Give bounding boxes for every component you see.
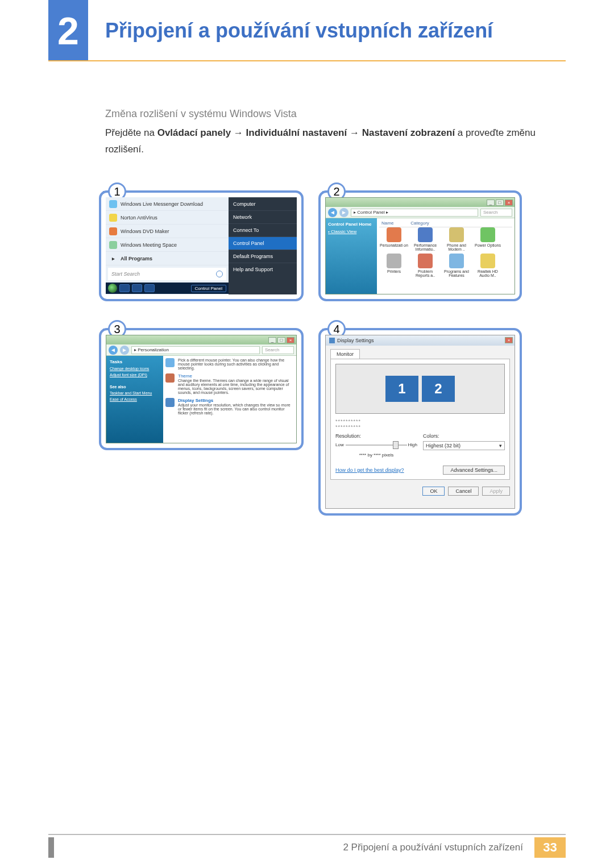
address-field[interactable]: ▸ Control Panel ▸ bbox=[351, 209, 478, 217]
label: Phone and Modem .. bbox=[447, 243, 466, 251]
masked-line: ********** bbox=[335, 418, 505, 424]
apply-button[interactable]: Apply bbox=[482, 487, 510, 496]
address-bar: ◄ ► ▸ Control Panel ▸ Search bbox=[326, 207, 515, 218]
cp-item[interactable]: Performance Informatio.. bbox=[410, 227, 440, 251]
step-2-panel: 2 _ □ × ◄ ► ▸ Control Panel ▸ Search Con… bbox=[318, 190, 522, 301]
item-desc: Change the theme. Themes can change a wi… bbox=[178, 379, 294, 394]
address-text: Personalization bbox=[138, 347, 169, 352]
start-menu-item[interactable]: Windows Live Messenger Download bbox=[106, 197, 229, 211]
sidebar-classic-view[interactable]: • Classic View bbox=[328, 229, 375, 234]
personalization-main: Pick a different mouse pointer. You can … bbox=[163, 356, 296, 443]
start-menu-item[interactable]: Windows Meeting Space bbox=[106, 238, 229, 252]
search-field[interactable]: Search bbox=[480, 209, 512, 217]
close-button[interactable]: × bbox=[505, 200, 513, 206]
taskbar: Control Panel bbox=[106, 283, 229, 294]
start-menu-item[interactable]: Norton AntiVirus bbox=[106, 211, 229, 225]
cp-item[interactable]: Phone and Modem .. bbox=[442, 227, 471, 251]
resolution-value: **** by **** pixels bbox=[335, 452, 417, 458]
slider-high-label: High bbox=[408, 442, 417, 447]
sidebar-link[interactable]: Adjust font size (DPI) bbox=[110, 373, 160, 377]
item-desc: Pick a different mouse pointer. You can … bbox=[178, 358, 294, 370]
start-right-item[interactable]: Help and Support bbox=[229, 263, 297, 276]
back-button[interactable]: ◄ bbox=[109, 346, 118, 355]
printers-icon bbox=[387, 254, 401, 268]
taskbar-item[interactable] bbox=[144, 284, 155, 292]
personalize-display-settings[interactable]: Display SettingsAdjust your monitor reso… bbox=[165, 398, 294, 415]
cp-item[interactable]: Printers bbox=[379, 254, 409, 277]
forward-button[interactable]: ► bbox=[339, 208, 349, 217]
start-menu-item[interactable]: Windows DVD Maker bbox=[106, 225, 229, 238]
minimize-button[interactable]: _ bbox=[268, 337, 276, 343]
monitor-1[interactable]: 1 bbox=[385, 376, 418, 402]
close-button[interactable]: × bbox=[287, 337, 294, 343]
maximize-button[interactable]: □ bbox=[496, 200, 504, 206]
sidebar-link[interactable]: Change desktop icons bbox=[110, 367, 160, 371]
search-field[interactable]: Search bbox=[262, 346, 294, 354]
start-search-input[interactable]: Start Search bbox=[108, 268, 226, 280]
cp-item[interactable]: Realtek HD Audio M.. bbox=[473, 254, 503, 277]
performance-icon bbox=[418, 227, 433, 242]
item-title: Theme bbox=[178, 373, 294, 379]
personalize-item[interactable]: Pick a different mouse pointer. You can … bbox=[165, 358, 294, 370]
taskbar-item[interactable] bbox=[132, 284, 142, 292]
address-field[interactable]: ▸ Personalization bbox=[131, 346, 260, 354]
window-titlebar: _ □ × bbox=[326, 198, 515, 207]
start-orb-icon[interactable] bbox=[108, 284, 117, 293]
label: Realtek HD Audio M.. bbox=[478, 269, 498, 277]
chevron-right-icon: ▸ bbox=[109, 256, 117, 261]
taskbar-control-panel[interactable]: Control Panel bbox=[191, 285, 226, 292]
all-programs[interactable]: ▸All Programs bbox=[106, 252, 229, 265]
label: Personalizati on bbox=[380, 243, 408, 247]
resolution-label: Resolution: bbox=[335, 433, 417, 439]
colors-value: Highest (32 bit) bbox=[426, 443, 460, 448]
resolution-slider[interactable]: Low High bbox=[335, 441, 417, 449]
maximize-button[interactable]: □ bbox=[277, 337, 285, 343]
start-right-item[interactable]: Default Programs bbox=[229, 250, 297, 263]
phone-icon bbox=[449, 227, 464, 242]
monitor-tab[interactable]: Monitor bbox=[330, 349, 360, 359]
cancel-button[interactable]: Cancel bbox=[448, 487, 479, 496]
cp-item[interactable]: Problem Reports a.. bbox=[410, 254, 440, 277]
advanced-settings-button[interactable]: Advanced Settings... bbox=[443, 466, 505, 475]
arrow-1: → bbox=[231, 127, 246, 138]
cp-item[interactable]: Programs and Features bbox=[442, 254, 471, 277]
step-4-panel: 4 Display Settings × Monitor 1 2 *******… bbox=[318, 328, 522, 516]
section-subtitle: Změna rozlišení v systému Windows Vista bbox=[105, 108, 297, 120]
start-right-item[interactable]: Computer bbox=[229, 197, 297, 210]
page-number: 33 bbox=[534, 837, 566, 858]
sidebar-link[interactable]: Taskbar and Start Menu bbox=[110, 391, 160, 395]
back-button[interactable]: ◄ bbox=[328, 208, 337, 217]
label: All Programs bbox=[121, 256, 152, 261]
start-right-item[interactable]: Network bbox=[229, 210, 297, 223]
personalize-item[interactable]: ThemeChange the theme. Themes can change… bbox=[165, 373, 294, 394]
realtek-icon bbox=[480, 254, 495, 268]
cp-item[interactable]: Power Options bbox=[473, 227, 503, 251]
cp-item-personalization[interactable]: Personalizati on bbox=[379, 227, 409, 251]
label: Windows Meeting Space bbox=[121, 242, 177, 248]
help-link[interactable]: How do I get the best display? bbox=[335, 467, 404, 473]
taskbar-item[interactable] bbox=[119, 284, 130, 292]
sidebar-link[interactable]: Ease of Access bbox=[110, 397, 160, 401]
colors-select[interactable]: Highest (32 bit)▾ bbox=[423, 441, 505, 450]
label: Classic View bbox=[331, 229, 356, 234]
cp-main: NameCategory Personalizati on Performanc… bbox=[377, 218, 515, 294]
nav-step-1: Ovládací panely bbox=[157, 127, 231, 138]
close-button[interactable]: × bbox=[505, 337, 513, 343]
personalization-icon bbox=[387, 227, 401, 242]
sidebar-home[interactable]: Control Panel Home bbox=[328, 222, 375, 227]
window-titlebar: _ □ × bbox=[106, 335, 296, 344]
ok-button[interactable]: OK bbox=[422, 487, 445, 496]
start-menu-right: Computer Network Connect To Control Pane… bbox=[229, 197, 297, 294]
slider-thumb[interactable] bbox=[393, 441, 399, 449]
monitor-2[interactable]: 2 bbox=[422, 376, 455, 402]
chevron-down-icon: ▾ bbox=[499, 443, 502, 448]
col-name[interactable]: Name bbox=[381, 221, 393, 226]
start-right-item[interactable]: Connect To bbox=[229, 223, 297, 236]
nav-step-3: Nastavení zobrazení bbox=[362, 127, 455, 138]
start-right-control-panel[interactable]: Control Panel bbox=[229, 236, 297, 250]
forward-button[interactable]: ► bbox=[120, 346, 129, 355]
minimize-button[interactable]: _ bbox=[487, 200, 495, 206]
label: Norton AntiVirus bbox=[121, 215, 157, 221]
col-category[interactable]: Category bbox=[410, 221, 429, 226]
monitor-preview: 1 2 bbox=[335, 364, 505, 414]
